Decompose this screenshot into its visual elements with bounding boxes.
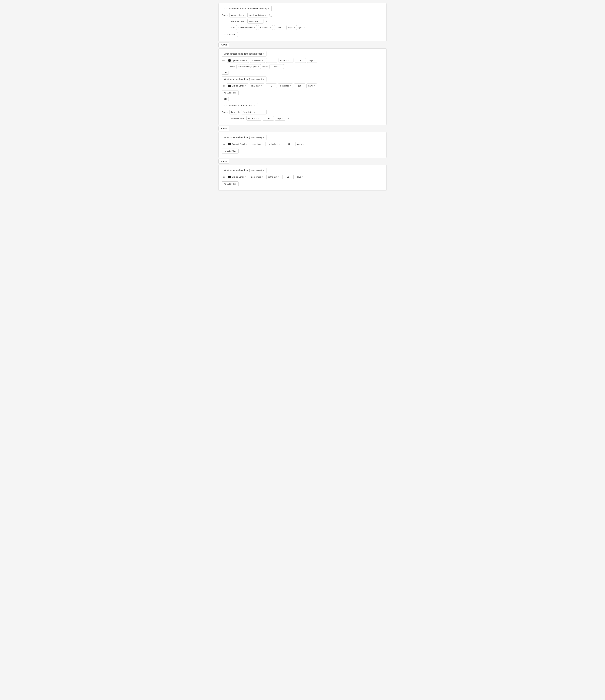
add-filter-btn-3[interactable]: ⌥ Add Filter bbox=[222, 90, 238, 95]
main-select-1[interactable]: If someone can or cannot receive marketi… bbox=[222, 6, 272, 11]
timevalue-input-2[interactable] bbox=[295, 58, 306, 63]
timeframe-select-4[interactable]: in the last ▼ bbox=[247, 116, 261, 121]
add-filter-btn-1[interactable]: ⌥ Add filter bbox=[222, 32, 238, 37]
channel-select-1[interactable]: email marketing ▼ bbox=[247, 13, 268, 18]
chevron-icon: ▼ bbox=[262, 176, 263, 178]
condition-select-1[interactable]: is at least ▼ bbox=[258, 25, 273, 30]
add-filter-btn-5[interactable]: ⌥ Add Filter bbox=[222, 149, 238, 153]
chevron-icon: ▼ bbox=[253, 27, 255, 28]
chevron-icon: ▼ bbox=[246, 59, 247, 61]
condition-select-3[interactable]: is at least ▼ bbox=[250, 83, 264, 88]
added-label-4: and was added bbox=[231, 117, 245, 120]
and-btn-2[interactable]: + AND bbox=[218, 126, 229, 131]
timevalue-input-4[interactable] bbox=[263, 116, 274, 121]
has-label-2: Has bbox=[222, 59, 225, 61]
chevron-icon: ▼ bbox=[303, 143, 304, 145]
because-select-1[interactable]: subscribed ▼ bbox=[247, 19, 263, 24]
chevron-icon: ▼ bbox=[314, 59, 316, 61]
timevalue-input-5[interactable] bbox=[283, 142, 294, 146]
and-connector-3: + AND bbox=[218, 159, 387, 164]
list-select-4[interactable]: Newsletter ▼ bbox=[241, 110, 267, 115]
unit-select-5[interactable]: days ▼ bbox=[296, 142, 306, 146]
chevron-icon: ▼ bbox=[245, 85, 247, 87]
chevron-icon: ▼ bbox=[264, 14, 266, 16]
close-added-4[interactable]: ✕ bbox=[287, 117, 291, 120]
and-connector-1: + AND bbox=[218, 43, 387, 47]
unit-select-4[interactable]: days ▼ bbox=[275, 116, 285, 121]
or-connector-1: OR bbox=[222, 71, 383, 75]
chevron-icon: ▼ bbox=[261, 59, 263, 61]
event-icon bbox=[228, 143, 231, 145]
chevron-icon: ▼ bbox=[262, 143, 264, 145]
close-because-btn[interactable]: ✕ bbox=[265, 20, 269, 23]
unit-select-3[interactable]: days ▼ bbox=[306, 83, 317, 88]
close-where-2[interactable]: ✕ bbox=[285, 65, 289, 68]
chevron-icon: ▼ bbox=[263, 53, 264, 55]
person-select-4[interactable]: is ▼ bbox=[229, 110, 237, 115]
chevron-icon: ▼ bbox=[313, 85, 315, 87]
value-input-3[interactable] bbox=[266, 83, 277, 88]
and-btn-3[interactable]: + AND bbox=[218, 159, 229, 164]
value-input-1[interactable] bbox=[274, 25, 285, 30]
add-filter-btn-6[interactable]: ⌥ Add Filter bbox=[222, 181, 238, 186]
condition-block-5: What someone has done (or not done) ▼ Ha… bbox=[218, 132, 387, 158]
page-container: If someone can or cannot receive marketi… bbox=[218, 3, 387, 191]
condition-select-5[interactable]: zero times ▼ bbox=[250, 142, 266, 146]
chevron-icon: ▼ bbox=[268, 8, 270, 9]
main-select-3[interactable]: What someone has done (or not done) ▼ bbox=[222, 76, 267, 82]
chevron-icon: ▼ bbox=[258, 118, 260, 119]
event-select-2[interactable]: Opened Email ▼ bbox=[227, 58, 249, 63]
equals-value-2[interactable] bbox=[270, 64, 284, 69]
main-select-5[interactable]: What someone has done (or not done) ▼ bbox=[222, 135, 267, 140]
info-icon-1[interactable]: i bbox=[269, 14, 272, 17]
timeframe-select-2[interactable]: in the last ▼ bbox=[279, 58, 294, 63]
unit-select-6[interactable]: days ▼ bbox=[295, 175, 305, 179]
ago-label-1: ago bbox=[298, 26, 302, 29]
event-select-5[interactable]: Opened Email ▼ bbox=[227, 142, 249, 146]
filter-icon: ⌥ bbox=[224, 33, 226, 36]
main-select-6[interactable]: What someone has done (or not done) ▼ bbox=[222, 168, 267, 173]
timeframe-select-5[interactable]: in the last ▼ bbox=[267, 142, 282, 146]
and-label-1: And bbox=[231, 26, 235, 29]
chevron-icon: ▼ bbox=[289, 85, 291, 87]
timeframe-select-6[interactable]: in the last ▼ bbox=[267, 175, 281, 179]
chevron-icon: ▼ bbox=[270, 27, 271, 28]
chevron-icon: ▼ bbox=[261, 85, 263, 87]
in-label-4: in bbox=[238, 111, 240, 113]
main-select-4[interactable]: If someone is in or not in a list ▼ bbox=[222, 103, 258, 108]
event-select-6[interactable]: Clicked Email ▼ bbox=[227, 175, 248, 179]
chevron-icon: ▼ bbox=[278, 176, 279, 178]
close-filter-1[interactable]: ✕ bbox=[303, 26, 307, 29]
chevron-icon: ▼ bbox=[254, 105, 256, 106]
person-label-1: Person bbox=[222, 14, 228, 16]
event-icon bbox=[228, 59, 231, 61]
or-btn-2[interactable]: OR bbox=[222, 97, 229, 101]
chevron-icon: ▼ bbox=[234, 111, 235, 113]
event-icon bbox=[228, 85, 231, 87]
value-input-2[interactable] bbox=[266, 58, 277, 63]
chevron-icon: ▼ bbox=[243, 14, 245, 16]
or-btn-1[interactable]: OR bbox=[222, 71, 229, 75]
has-label-5: Has bbox=[222, 143, 225, 145]
chevron-icon: ▼ bbox=[279, 143, 280, 145]
unit-select-2[interactable]: days ▼ bbox=[307, 58, 318, 63]
date-select-1[interactable]: subscribed date ▼ bbox=[236, 25, 257, 30]
chevron-icon: ▼ bbox=[263, 78, 264, 80]
timevalue-input-3[interactable] bbox=[294, 83, 305, 88]
timevalue-input-6[interactable] bbox=[282, 175, 294, 179]
chevron-icon: ▼ bbox=[245, 176, 247, 178]
where-prop-select-2[interactable]: Apple Privacy Open ▼ bbox=[236, 64, 261, 69]
person-select-1[interactable]: can receive ▼ bbox=[229, 13, 246, 18]
unit-select-1[interactable]: days ▼ bbox=[286, 25, 297, 30]
main-select-2[interactable]: What someone has done (or not done) ▼ bbox=[222, 51, 267, 56]
chevron-icon: ▼ bbox=[257, 66, 259, 68]
chevron-icon: ▼ bbox=[263, 137, 264, 139]
timeframe-select-3[interactable]: in the last ▼ bbox=[278, 83, 293, 88]
event-select-3[interactable]: Clicked Email ▼ bbox=[227, 83, 248, 88]
condition-select-6[interactable]: zero times ▼ bbox=[250, 175, 265, 179]
condition-select-2[interactable]: is at least ▼ bbox=[250, 58, 265, 63]
filter-icon: ⌥ bbox=[224, 92, 226, 94]
and-btn-1[interactable]: + AND bbox=[218, 43, 229, 47]
chevron-icon: ▼ bbox=[302, 176, 304, 178]
because-label-1: Because person bbox=[231, 20, 246, 23]
